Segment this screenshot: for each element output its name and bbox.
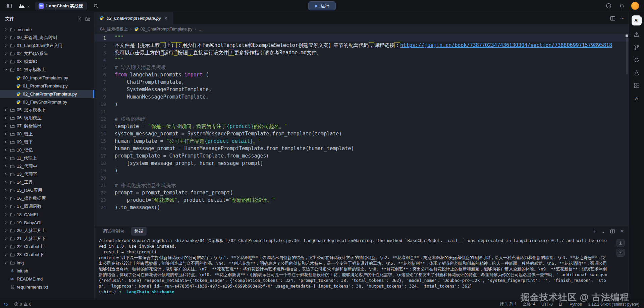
chevron-down-icon[interactable] [3, 68, 8, 72]
chevron-right-icon[interactable] [3, 108, 8, 112]
scrollbar-thumb[interactable] [626, 34, 628, 74]
tree-folder-row[interactable]: 01_LangChain快速入门 [0, 42, 94, 50]
code-line[interactable]: 1""" [95, 34, 629, 42]
help-icon[interactable]: ? [604, 2, 613, 10]
tree-folder-row[interactable]: .vscode [0, 25, 94, 34]
tree-folder-row[interactable]: 05_提示模板下 [0, 106, 94, 114]
code-line[interactable]: 3您可以点击最上方的“运行”按钮，直接运行该文件！更多操作指引请参考Readme… [95, 49, 629, 56]
tree-folder-row[interactable]: 20_人脉工具上 [0, 227, 94, 235]
code-line[interactable]: 21# 格式化提示消息生成提示 [95, 182, 629, 189]
tree-folder-row[interactable]: 13_代理下 [0, 170, 94, 178]
tree-file-row[interactable]: M↓README.md [0, 275, 94, 283]
chevron-right-icon[interactable] [3, 196, 8, 200]
tab-terminal[interactable]: 终端 [131, 227, 147, 236]
code-editor[interactable]: 1"""2本文件是【提示工程（上）：用少样本FewShotTemplate和Ex… [95, 34, 629, 225]
chevron-right-icon[interactable] [3, 140, 8, 144]
breadcrumb-item[interactable]: … [199, 27, 203, 32]
code-line[interactable]: 17prompt_template = ChatPromptTemplate.f… [95, 152, 629, 160]
publish-icon[interactable] [634, 32, 640, 38]
chevron-right-icon[interactable] [3, 27, 8, 32]
ai-assistant-button[interactable]: AI [632, 15, 642, 25]
new-file-icon[interactable] [77, 16, 82, 21]
avatar[interactable] [631, 2, 639, 10]
tree-file-row[interactable]: $init.sh [0, 267, 94, 275]
code-line[interactable]: 19) [95, 167, 629, 174]
chevron-right-icon[interactable] [3, 221, 8, 225]
tree-folder-row[interactable]: 09_链下 [0, 138, 94, 146]
chevron-right-icon[interactable] [3, 237, 8, 241]
code-line[interactable]: 7 ChatPromptTemplate, [95, 78, 629, 86]
statusbar-item[interactable]: LF [558, 300, 564, 308]
scroll-lock-icon[interactable] [616, 239, 625, 247]
tree-folder-row[interactable]: 23_Chatbot下 [0, 251, 94, 259]
chevron-right-icon[interactable] [3, 261, 8, 265]
terminal-output[interactable]: /cloudide/workspace/LangChain-shizhanke/… [95, 237, 629, 300]
chevron-right-icon[interactable] [3, 156, 8, 160]
tree-folder-row[interactable]: 11_代理上 [0, 154, 94, 162]
editor-tab[interactable]: 02_ChatPromptTemplate.py ✕ [95, 12, 173, 24]
tree-folder-row[interactable]: 16_操作数据库 [0, 194, 94, 202]
code-line[interactable]: 8 SystemMessagePromptTemplate, [95, 86, 629, 93]
code-line[interactable]: 4""" [95, 56, 629, 64]
code-line[interactable]: 11 [95, 108, 629, 115]
chevron-right-icon[interactable] [3, 148, 8, 152]
more-actions-icon[interactable]: ⋯ [620, 16, 625, 21]
sidebar-toggle-icon[interactable] [5, 2, 13, 10]
chevron-right-icon[interactable] [3, 36, 8, 40]
statusbar-item[interactable]: 3.12.2 64-bit ('shims': pyenv) [587, 300, 640, 308]
code-line[interactable]: 13template = "你是一位专业顾问，负责为专注于{product}的公… [95, 123, 629, 130]
statusbar-item[interactable]: UTF-8 [541, 300, 553, 308]
tree-file-row[interactable]: requirements.txt [0, 283, 94, 291]
remote-indicator-icon[interactable] [3, 300, 9, 308]
close-panel-icon[interactable]: ✕ [620, 229, 624, 234]
tree-file-row[interactable]: 00_ImportTemplates.py [0, 74, 94, 82]
tree-folder-row[interactable]: 15_RAG应用 [0, 186, 94, 194]
chevron-right-icon[interactable] [3, 245, 8, 249]
app-logo[interactable] [18, 3, 30, 9]
code-line[interactable]: 10) [95, 101, 629, 108]
chevron-right-icon[interactable] [3, 164, 8, 168]
tree-file-row[interactable]: 02_ChatPromptTemplate.py [0, 90, 94, 98]
tree-folder-row[interactable]: img [0, 259, 94, 267]
close-icon[interactable]: ✕ [163, 15, 168, 21]
sync-icon[interactable] [634, 57, 640, 63]
tree-folder-row[interactable]: 02_文档QA系统 [0, 50, 94, 58]
tree-file-row[interactable]: 01_PromptTemplate.py [0, 82, 94, 90]
code-line[interactable]: 2本文件是【提示工程（上）：用少样本FewShotTemplate和Exampl… [95, 42, 629, 49]
problems-indicator[interactable]: 0 0 [13, 300, 32, 308]
statusbar-item[interactable]: Python [569, 300, 583, 308]
tree-file-row[interactable]: 03_FewShotPrompt.py [0, 98, 94, 106]
tree-folder-row[interactable]: 06_调用模型 [0, 114, 94, 122]
code-line[interactable]: 22prompt = prompt_template.format_prompt… [95, 189, 629, 196]
code-line[interactable]: 18 [system_message_prompt, human_message… [95, 160, 629, 167]
chevron-right-icon[interactable] [3, 188, 8, 192]
test-flask-icon[interactable] [634, 70, 640, 76]
tree-folder-row[interactable]: 18_CAMEL [0, 210, 94, 219]
code-line[interactable]: 9 HumanMessagePromptTemplate, [95, 93, 629, 101]
run-button[interactable]: 运行 [308, 1, 336, 10]
editor-scrollbar[interactable] [625, 34, 629, 225]
tree-folder-row[interactable]: 12_代理中 [0, 162, 94, 170]
code-line[interactable]: 20 [95, 174, 629, 182]
chevron-right-icon[interactable] [3, 116, 8, 120]
search-icon[interactable] [92, 2, 100, 10]
chevron-right-icon[interactable] [3, 253, 8, 257]
source-control-icon[interactable] [634, 44, 640, 50]
terminal-picker-chevron-icon[interactable]: ⌄ [601, 229, 605, 234]
tree-folder-row[interactable]: 17_回调函数 [0, 202, 94, 210]
statusbar-item[interactable]: 行 1, 列 1 [499, 300, 518, 308]
tree-folder-row[interactable]: 03_模型IO [0, 58, 94, 66]
extensions-grid-icon[interactable] [634, 82, 640, 88]
code-line[interactable]: 23 product="鲜花装饰", product_detail="创新的鲜花… [95, 196, 629, 204]
tree-folder-row[interactable]: 07_解析输出 [0, 122, 94, 130]
code-line[interactable]: 12# 模板的构建 [95, 115, 629, 123]
chevron-right-icon[interactable] [3, 52, 8, 56]
code-line[interactable]: 5# 导入聊天消息类模板 [95, 64, 629, 71]
bell-icon[interactable] [618, 2, 626, 10]
tree-folder-row[interactable]: 21_人脉工具下 [0, 235, 94, 243]
code-line[interactable]: 15human_template = "公司主打产品是{product_deta… [95, 137, 629, 145]
code-line[interactable]: 6from langchain.prompts import ( [95, 71, 629, 78]
new-folder-icon[interactable] [85, 16, 90, 21]
tree-folder-row[interactable]: 04_提示模板上 [0, 66, 94, 74]
code-line[interactable]: 16human_message_prompt = HumanMessagePro… [95, 145, 629, 152]
